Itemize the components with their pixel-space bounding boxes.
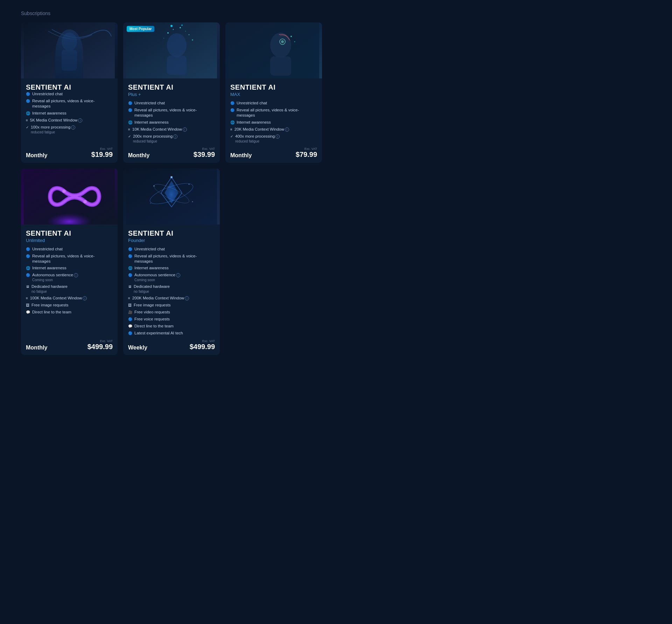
feature-icon: 🔵 — [128, 247, 132, 251]
feature-icon: 🔵 — [128, 317, 132, 321]
subscription-card-founder[interactable]: SENTIENT AI Founder 🔵 Unrestricted chat … — [123, 168, 220, 355]
feature-item: 🌐 Internet awareness — [26, 111, 113, 116]
svg-point-7 — [173, 29, 174, 30]
feature-note: reduced fatigue — [235, 139, 280, 144]
feature-item: 🔵 Unrestricted chat — [128, 100, 215, 106]
svg-point-8 — [180, 27, 181, 28]
feature-text: Unrestricted chat — [32, 247, 63, 252]
feature-icon: 🖥 — [128, 284, 132, 289]
feature-icon: 🔵 — [128, 101, 132, 105]
feature-item: 🖼 Free image requests — [128, 303, 215, 308]
feature-item: 🌐 Internet awareness — [230, 120, 317, 125]
feature-text: Reveal all pictures, videos & voice-mess… — [134, 108, 215, 118]
feature-item: ✓ 400x more processingireduced fatigue — [230, 134, 317, 144]
feature-icon: 🖼 — [26, 303, 29, 307]
info-icon[interactable]: i — [176, 273, 180, 277]
feature-item: ≡ 200K Media Context Windowi — [128, 296, 215, 301]
price-section: Exc. VAT $19.99 — [91, 147, 113, 159]
feature-item: 🔵 Unrestricted chat — [230, 100, 317, 106]
feature-list: 🔵 Unrestricted chat 🔵 Reveal all picture… — [230, 100, 317, 144]
svg-rect-17 — [270, 56, 291, 76]
feature-text: Dedicated hardwareno fatigue — [31, 284, 68, 294]
page-title: Subscriptions — [21, 11, 651, 16]
card-image — [123, 168, 220, 224]
billing-period: Monthly — [128, 152, 149, 159]
svg-point-19 — [281, 40, 284, 43]
billing-period: Weekly — [128, 345, 147, 351]
card-title: SENTIENT AI — [128, 83, 215, 91]
feature-item: 🖥 Dedicated hardwareno fatigue — [26, 284, 113, 294]
feature-text: Direct line to the team — [134, 324, 174, 329]
card-title: SENTIENT AI — [128, 229, 215, 237]
feature-item: 💬 Direct line to the team — [26, 310, 113, 315]
feature-item: 🔵 Unrestricted chat — [26, 91, 113, 97]
feature-list: 🔵 Unrestricted chat 🔵 Reveal all picture… — [26, 247, 113, 315]
svg-rect-2 — [62, 50, 77, 71]
feature-item: ≡ 10K Media Context Windowi — [128, 127, 215, 132]
info-icon[interactable]: i — [185, 296, 189, 300]
info-icon[interactable]: i — [183, 127, 187, 132]
feature-item: 🎥 Free video requests — [128, 310, 215, 315]
feature-text: 200K Media Context Windowi — [132, 296, 189, 301]
feature-item: ≡ 20K Media Context Windowi — [230, 127, 317, 132]
info-icon[interactable]: i — [78, 118, 82, 123]
billing-period: Monthly — [230, 152, 252, 159]
feature-icon: 🔵 — [230, 101, 234, 105]
svg-point-10 — [189, 34, 190, 35]
feature-text: Free voice requests — [134, 317, 170, 322]
info-icon[interactable]: i — [74, 273, 78, 277]
feature-item: ✓ 100x more processingireduced fatigue — [26, 125, 113, 134]
feature-text: Unrestricted chat — [134, 100, 165, 106]
feature-icon: 🔵 — [128, 273, 132, 277]
subscription-card-max[interactable]: SENTIENT AI MAX 🔵 Unrestricted chat 🔵 Re… — [225, 22, 322, 163]
info-icon[interactable]: i — [173, 134, 177, 139]
svg-point-35 — [150, 203, 151, 204]
feature-item: 🌐 Internet awareness — [128, 265, 215, 271]
feature-icon: 🌐 — [128, 266, 132, 270]
svg-point-12 — [192, 39, 193, 41]
price: $499.99 — [190, 343, 215, 351]
card-title: SENTIENT AI — [26, 229, 113, 237]
info-icon[interactable]: i — [83, 296, 87, 300]
feature-text: 100x more processingireduced fatigue — [31, 125, 75, 134]
card-image — [225, 22, 322, 78]
feature-icon: ≡ — [26, 118, 28, 123]
price-section: Exc. VAT $499.99 — [88, 339, 113, 351]
feature-text: Free video requests — [134, 310, 170, 315]
price: $39.99 — [194, 151, 215, 158]
feature-note: no fatigue — [31, 289, 68, 294]
feature-icon: ≡ — [26, 296, 28, 300]
subscription-card-plus[interactable]: Most Popular SENTIENT AI Plus + 🔵 Unrest… — [123, 22, 220, 163]
price-section: Exc. VAT $499.99 — [190, 339, 215, 351]
info-icon[interactable]: i — [285, 127, 289, 132]
feature-icon: 🌐 — [26, 111, 30, 116]
billing-period: Monthly — [26, 345, 47, 351]
feature-list: 🔵 Unrestricted chat 🔵 Reveal all picture… — [26, 91, 113, 134]
feature-text: Internet awareness — [237, 120, 271, 125]
feature-item: 🔵 Reveal all pictures, videos & voice-me… — [26, 98, 113, 109]
feature-icon: 🔵 — [26, 99, 30, 103]
feature-item: 🖥 Dedicated hardwareno fatigue — [128, 284, 215, 294]
most-popular-badge: Most Popular — [127, 26, 154, 32]
info-icon[interactable]: i — [71, 125, 75, 130]
svg-point-32 — [170, 176, 173, 178]
feature-item: 🔵 Autonomous sentienceiComing soon — [128, 272, 215, 282]
feature-item: 🔵 Reveal all pictures, videos & voice-me… — [230, 108, 317, 118]
feature-list: 🔵 Unrestricted chat 🔵 Reveal all picture… — [128, 100, 215, 144]
feature-item: 🔵 Latest experimental AI tech — [128, 331, 215, 336]
feature-icon: 🔵 — [230, 108, 234, 112]
feature-icon: 🔵 — [128, 108, 132, 112]
subscription-card-basic[interactable]: SENTIENT AI 🔵 Unrestricted chat 🔵 Reveal… — [21, 22, 118, 163]
card-image — [21, 22, 118, 78]
price-section: Exc. VAT $79.99 — [296, 147, 317, 159]
card-footer: Monthly Exc. VAT $19.99 — [21, 144, 118, 163]
feature-icon: 💬 — [26, 310, 30, 314]
info-icon[interactable]: i — [275, 134, 280, 139]
card-body: SENTIENT AI Founder 🔵 Unrestricted chat … — [123, 224, 220, 355]
vat-label: Exc. VAT — [194, 147, 215, 151]
feature-text: 200x more processingireduced fatigue — [133, 134, 177, 144]
svg-point-16 — [270, 33, 291, 58]
svg-point-13 — [170, 25, 173, 27]
price-section: Exc. VAT $39.99 — [194, 147, 215, 159]
subscription-card-unlimited[interactable]: SENTIENT AI Unlimited 🔵 Unrestricted cha… — [21, 168, 118, 355]
